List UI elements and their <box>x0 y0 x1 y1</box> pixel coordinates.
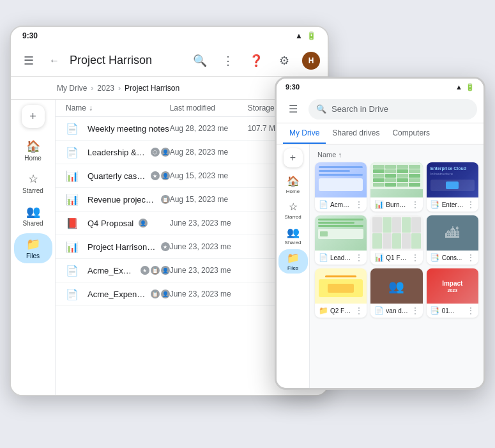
breadcrumb-2023[interactable]: 2023 <box>97 84 114 93</box>
front-starred-label: Starred <box>284 214 301 220</box>
front-sidebar-home[interactable]: 🏠 Home <box>278 173 308 197</box>
starred-icon: ☆ <box>28 172 38 186</box>
sidebar-item-shared[interactable]: 👥 Shared <box>14 201 52 231</box>
file-name: Revenue projections <box>88 195 156 205</box>
grid-item-footer: 📄 Leaders hip 6... ⋮ <box>315 251 367 265</box>
grid-item-burns[interactable]: 📊 Burns v4 ⋮ <box>370 162 422 212</box>
grid-item-more[interactable]: ⋮ <box>355 306 363 315</box>
settings-icon[interactable]: ⚙ <box>274 50 294 71</box>
sheets-icon: 📊 <box>66 193 79 206</box>
help-icon[interactable]: ❓ <box>246 50 266 71</box>
grid-item-more[interactable]: ⋮ <box>467 306 475 315</box>
back-tablet-time: 9:30 <box>22 31 38 40</box>
grid-item-more[interactable]: ⋮ <box>411 306 419 315</box>
front-tablet-tabs: My Drive Shared drives Computers <box>277 123 484 144</box>
files-icon: 📁 <box>287 252 300 264</box>
file-name: Q4 Proposal <box>88 219 133 228</box>
files-icon: 📁 <box>26 237 40 251</box>
front-tablet: 9:30 ▲ 🔋 ☰ 🔍 Search in Drive My Drive Sh… <box>275 77 485 390</box>
search-placeholder: Search in Drive <box>331 104 388 114</box>
grid-item-footer: 📑 Cons... ⋮ <box>427 251 478 265</box>
folder-icon: 📁 <box>319 306 328 315</box>
grid-item-footer: 📊 Burns v4 ⋮ <box>370 197 422 212</box>
front-sidebar-files[interactable]: 📁 Files <box>278 249 308 274</box>
star-badge: ★ <box>141 266 149 275</box>
grid-item-more[interactable]: ⋮ <box>355 253 363 262</box>
tab-computers[interactable]: Computers <box>386 123 436 144</box>
home-icon: 🏠 <box>287 175 300 187</box>
tab-my-drive[interactable]: My Drive <box>283 123 326 144</box>
grid-item-van-der-linden[interactable]: 👥 📄 van der Linden... ⋮ <box>370 268 422 318</box>
docs-icon: 📄 <box>66 264 79 277</box>
grid-item-footer: 📁 Q2 Forecast... ⋮ <box>315 304 367 318</box>
front-tablet-time: 9:30 <box>286 83 300 91</box>
front-sidebar-shared[interactable]: 👥 Shared <box>278 224 308 248</box>
new-button[interactable]: + <box>22 105 45 128</box>
more-vert-icon[interactable]: ⋮ <box>218 50 238 71</box>
grid-item-name: 01... <box>442 307 464 314</box>
front-hamburger-button[interactable]: ☰ <box>283 99 303 120</box>
wifi-icon: ▲ <box>295 31 303 40</box>
docs-icon: 📄 <box>374 306 383 315</box>
docs-icon: 📄 <box>66 146 79 158</box>
grid-item-name: Burns v4 <box>386 201 408 208</box>
grid-item-enterprise[interactable]: Enterprise Cloud Infrastructure 📑 Enterp… <box>427 162 478 212</box>
grid-name-header: Name ↑ <box>315 150 478 162</box>
grid-item-footer: 📄 AcmeMan ufacturi... ⋮ <box>315 197 367 212</box>
front-sidebar-starred[interactable]: ☆ Starred <box>278 198 308 222</box>
grid-item-01[interactable]: Impact 2023 📑 01... ⋮ <box>427 268 478 318</box>
front-battery-icon: 🔋 <box>466 83 475 91</box>
grid-item-more[interactable]: ⋮ <box>411 253 419 262</box>
front-tablet-search: ☰ 🔍 Search in Drive <box>277 95 484 123</box>
sidebar-item-starred-label: Starred <box>22 187 43 194</box>
person-badge: 👤 <box>139 219 148 228</box>
back-button[interactable]: ← <box>44 50 65 71</box>
search-bar[interactable]: 🔍 Search in Drive <box>308 99 477 120</box>
grid-item-more[interactable]: ⋮ <box>467 200 475 209</box>
breadcrumb-my-drive[interactable]: My Drive <box>57 84 87 93</box>
file-modified: Aug 15, 2023 me <box>170 171 248 180</box>
file-modified: June 23, 2023 me <box>170 266 248 275</box>
file-modified: June 23, 2023 me <box>170 219 248 228</box>
docs-icon: 📄 <box>66 288 79 300</box>
grid-item-name: Leaders hip 6... <box>330 254 353 261</box>
grid-item-q2-forecast[interactable]: 📁 Q2 Forecast... ⋮ <box>315 268 367 318</box>
people-badge: 👤 <box>161 266 170 275</box>
star-badge: ★ <box>151 171 160 180</box>
avatar[interactable]: H <box>302 52 320 70</box>
sidebar-item-starred[interactable]: ☆ Starred <box>14 168 52 198</box>
doc-badge: 📋 <box>151 266 160 275</box>
grid-item-leadership[interactable]: 📄 Leaders hip 6... ⋮ <box>315 215 367 265</box>
col-name-header[interactable]: Name ↓ <box>66 104 170 112</box>
slides-icon: 📑 <box>430 306 439 315</box>
hamburger-menu-button[interactable]: ☰ <box>19 50 39 71</box>
breadcrumb-current: Project Harrison <box>125 84 179 93</box>
sidebar-item-home-label: Home <box>24 155 42 162</box>
sidebar-item-files-label: Files <box>26 252 40 259</box>
sheets-icon: 📊 <box>66 240 79 253</box>
sheets-icon: 📊 <box>374 253 383 262</box>
sidebar-item-shared-label: Shared <box>22 220 43 227</box>
share-badge: ⬡ <box>151 148 160 157</box>
home-icon: 🏠 <box>26 139 40 153</box>
tab-shared-drives[interactable]: Shared drives <box>326 123 386 144</box>
grid-row: 📄 Leaders hip 6... ⋮ <box>315 215 478 265</box>
front-new-button[interactable]: + <box>284 148 303 167</box>
file-modified: Aug 28, 2023 me <box>170 148 248 157</box>
grid-item-q1-forecast[interactable]: 📊 Q1 Forecast... ⋮ <box>370 215 422 265</box>
grid-item-more[interactable]: ⋮ <box>467 253 475 262</box>
breadcrumb-chevron-2: › <box>118 84 121 93</box>
doc-badge: 📋 <box>161 195 170 204</box>
sidebar-item-files[interactable]: 📁 Files <box>14 233 52 263</box>
sheets-icon: 📊 <box>374 200 383 209</box>
grid-item-more[interactable]: ⋮ <box>355 200 363 209</box>
file-name: Leadership & Organization Updates <box>88 148 146 157</box>
file-name: Weekly meeting notes <box>88 124 169 134</box>
sidebar-item-home[interactable]: 🏠 Home <box>14 135 52 166</box>
grid-item-more[interactable]: ⋮ <box>411 200 419 209</box>
search-icon[interactable]: 🔍 <box>190 50 210 71</box>
people-badge: 👤 <box>161 171 170 180</box>
grid-item-acme[interactable]: 📄 AcmeMan ufacturi... ⋮ <box>315 162 367 212</box>
grid-item-cons[interactable]: 🏙 📑 Cons... ⋮ <box>427 215 478 265</box>
docs-icon: 📄 <box>319 253 328 262</box>
